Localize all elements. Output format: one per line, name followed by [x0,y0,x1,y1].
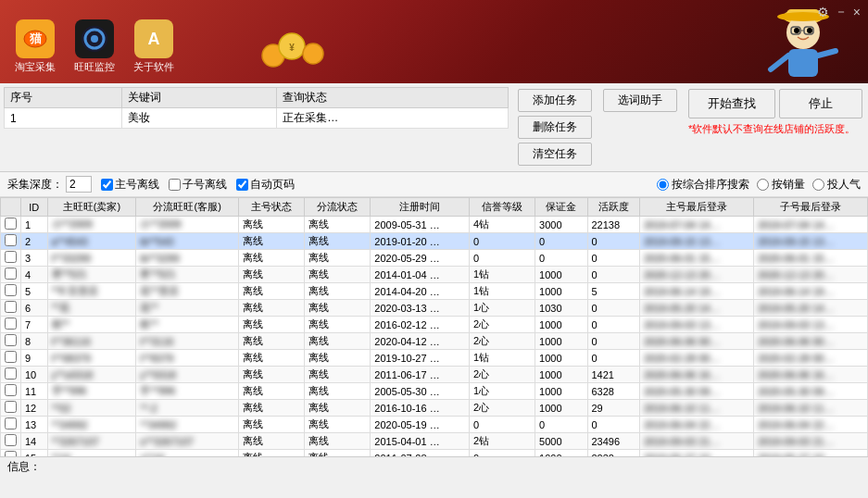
row-deposit: 0 [535,250,587,267]
sort-sales[interactable]: 按销量 [757,177,805,193]
row-main-last: 2020-12-13 20… [639,267,753,283]
row-reg-time: 2016-10-16 … [371,400,470,417]
row-sub-status: 离线 [305,317,371,333]
row-id: 14 [21,433,48,450]
row-checkbox[interactable] [1,417,21,433]
row-checkbox[interactable] [1,267,21,283]
row-sub-last: 2020-06-06 00… [753,333,867,350]
table-row: 9t**08379t**8379离线离线2019-10-27 …1钻100002… [1,350,868,367]
row-id: 13 [21,417,48,433]
row-main-last: 2019-09-15 13… [639,233,753,250]
delete-task-button[interactable]: 删除任务 [518,116,592,139]
row-main-status: 离线 [238,433,304,450]
row-checkbox[interactable] [1,317,21,333]
stop-button[interactable]: 停止 [779,89,862,118]
nav-wangwang[interactable]: 旺旺监控 [67,16,122,78]
row-checkbox[interactable] [1,300,21,317]
add-task-button[interactable]: 添加任务 [518,89,592,112]
row-credit: 2心 [469,317,535,333]
row-sub-last: 2020-12-13 20… [753,267,867,283]
row-checkbox[interactable] [1,333,21,350]
main-offline-checkbox[interactable]: 主号离线 [101,177,159,193]
row-main-status: 离线 [238,383,304,400]
row-credit: 0 [469,450,535,457]
start-button[interactable]: 开始查找 [688,89,775,118]
row-main-ww: 手**996 [47,383,136,400]
row-id: 6 [21,300,48,317]
row-main-ww: a**4543 [47,233,136,250]
sub-offline-checkbox[interactable]: 子号离线 [169,177,227,193]
row-sub-status: 离线 [305,233,371,250]
auto-page-checkbox[interactable]: 自动页码 [236,177,295,193]
row-activity: 1421 [587,367,639,383]
row-main-ww: t**08379 [47,350,136,367]
sort-comprehensive[interactable]: 按综合排序搜索 [657,177,749,193]
row-deposit: 1000 [535,333,587,350]
row-id: 10 [21,367,48,383]
row-id: 5 [21,283,48,300]
row-checkbox[interactable] [1,217,21,233]
row-main-last: 2019-09-03 13… [639,317,753,333]
row-sub-ww: y**0318 [136,367,239,383]
col-sub-last: 子号最后登录 [753,198,867,217]
row-checkbox[interactable] [1,450,21,457]
about-icon: A [134,19,173,58]
depth-input[interactable] [66,176,92,193]
nav-about[interactable]: A 关于软件 [126,16,182,78]
row-sub-last: 2019-05-27 10… [753,450,867,457]
minimize-button[interactable]: － [835,4,848,20]
table-row: 5**8 百货店花**货店离线离线2014-04-20 …1钻100052019… [1,283,868,300]
row-main-last: 2019-07-04 14… [639,217,753,233]
row-checkbox[interactable] [1,283,21,300]
row-sub-status: 离线 [305,383,371,400]
row-main-last: 2020-05-30 09… [639,383,753,400]
task-buttons-mid: 选词助手 [598,83,683,171]
close-button[interactable]: × [853,4,861,20]
row-main-ww: t**36116 [47,333,136,350]
task-table: 序号 关键词 查询状态 1 美妆 正在采集… [4,87,509,129]
row-activity: 0 [587,250,639,267]
task-col-seq: 序号 [5,88,122,108]
clear-task-button[interactable]: 清空任务 [518,143,592,166]
row-checkbox[interactable] [1,250,21,267]
table-row: 15**16z**16离线离线2011-07-28 …0100022322019… [1,450,868,457]
svg-text:¥: ¥ [289,43,295,53]
row-main-ww: **8 百货店 [47,283,136,300]
row-reg-time: 2014-04-20 … [371,283,470,300]
row-checkbox[interactable] [1,383,21,400]
row-deposit: 1000 [535,383,587,400]
row-checkbox[interactable] [1,233,21,250]
svg-point-9 [303,44,323,64]
nav-taobao[interactable]: 猫 淘宝采集 [7,16,63,78]
row-deposit: 0 [535,233,587,250]
table-row: 3t**33299tb**3299离线离线2020-05-29 …0002020… [1,250,868,267]
row-reg-time: 2016-02-12 … [371,317,470,333]
row-deposit: 1000 [535,267,587,283]
row-main-ww: t**33299 [47,250,136,267]
row-sub-last: 2019-06-04 22… [753,417,867,433]
row-credit: 1钻 [469,283,535,300]
row-id: 2 [21,233,48,250]
settings-button[interactable]: ⚙ [817,4,829,20]
sort-popularity[interactable]: 投人气 [812,177,861,193]
col-main-ww: 主旺旺(卖家) [47,198,136,217]
task-buttons-right: 开始查找 停止 *软件默认不查询在线店铺的活跃度。 [683,83,868,171]
select-words-button[interactable]: 选词助手 [603,89,677,112]
row-main-last: 2020-06-01 15… [639,250,753,267]
row-checkbox[interactable] [1,433,21,450]
row-checkbox[interactable] [1,400,21,417]
row-sub-status: 离线 [305,267,371,283]
header: ⚙ － × 猫 淘宝采集 旺旺监控 A 关于软件 ¥ [0,0,868,83]
row-checkbox[interactable] [1,350,21,367]
row-credit: 1心 [469,300,535,317]
row-activity: 0 [587,300,639,317]
row-sub-ww: o**3267107 [136,433,239,450]
row-activity: 0 [587,417,639,433]
row-deposit: 1000 [535,367,587,383]
row-checkbox[interactable] [1,367,21,383]
row-activity: 0 [587,317,639,333]
row-deposit: 3000 [535,217,587,233]
row-main-ww: **02 [47,400,136,417]
row-main-status: 离线 [238,400,304,417]
table-row: 7权**权**离线离线2016-02-12 …2心100002019-09-03… [1,317,868,333]
